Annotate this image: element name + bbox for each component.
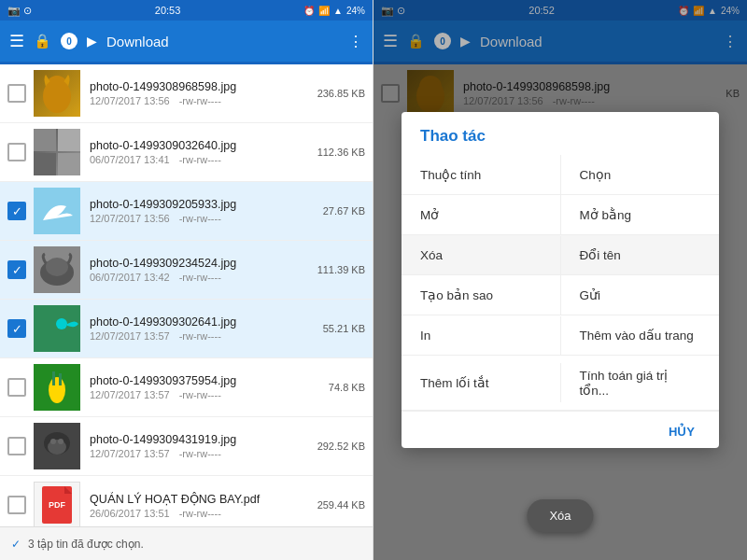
dialog-cell-mo-bang[interactable]: Mở bằng [561,195,720,234]
left-status-right: ⏰ 📶 ▲ 24% [303,6,365,16]
file-info-1: photo-0-1499309032640.jpg 06/07/2017 13:… [90,139,304,165]
file-checkbox-4[interactable]: ✓ [7,319,26,338]
svg-rect-16 [59,373,62,385]
file-perms-2: -rw-rw---- [179,213,221,224]
file-size-3: 111.39 KB [304,264,365,275]
file-info-3: photo-0-1499309234524.jpg 06/07/2017 13:… [90,257,304,283]
dialog-row-4[interactable]: In Thêm vào dấu trang [402,315,719,356]
svg-rect-4 [58,129,80,151]
svg-point-20 [50,439,56,444]
file-checkbox-0[interactable] [7,84,26,103]
file-info-6: photo-0-1499309431919.jpg 12/07/2017 13:… [90,433,304,459]
svg-rect-5 [34,153,56,175]
file-thumbnail-6 [34,423,80,469]
file-item: photo-0-1499309032640.jpg 06/07/2017 13:… [0,123,373,182]
actions-dialog: Thao tác Thuộc tính Chọn Mở Mở bằng Xóa … [402,112,719,448]
file-name-6: photo-0-1499309431919.jpg [90,433,304,446]
dialog-cell-gui[interactable]: Gửi [561,275,720,315]
file-thumbnail-3 [34,246,80,293]
left-panel: 📷 ⊙ 20:53 ⏰ 📶 ▲ 24% ☰ 🔒 0 ▶ Download ⋮ p… [0,0,374,560]
check-icon: ✓ [11,538,21,551]
dialog-cancel-button[interactable]: HỦY [659,419,704,444]
left-status-bar: 📷 ⊙ 20:53 ⏰ 📶 ▲ 24% [0,0,373,21]
file-name-4: photo-0-1499309302641.jpg [90,315,304,329]
dialog-row-3[interactable]: Tạo bản sao Gửi [402,275,719,315]
dialog-cell-chon[interactable]: Chọn [561,155,720,194]
file-meta-3: 06/07/2017 13:42 -rw-rw---- [90,272,304,283]
file-item: photo-0-1499308968598.jpg 12/07/2017 13:… [0,64,373,123]
file-thumbnail-5 [34,364,80,411]
dialog-cell-thuoc-tinh[interactable]: Thuộc tính [402,155,561,194]
file-item: photo-0-1499309375954.jpg 12/07/2017 13:… [0,358,373,417]
file-item: ✓ photo-0-1499309205933.jpg 12/07/2017 1… [0,182,373,241]
dialog-cell-them-loi-tat[interactable]: Thêm lối tắt [402,363,561,402]
left-time: 20:53 [155,5,181,16]
file-date-6: 12/07/2017 13:57 [90,448,170,459]
file-item: ✓ photo-0-1499309302641.jpg 12/07/2017 1… [0,300,373,358]
file-meta-0: 12/07/2017 13:56 -rw-rw---- [90,95,304,106]
breadcrumb-arrow: ▶ [87,34,97,49]
svg-point-12 [56,318,67,329]
file-name-0: photo-0-1499308968598.jpg [90,80,304,93]
fab-delete-button[interactable]: Xóa [527,499,593,532]
svg-rect-11 [34,305,80,352]
lock-icon: 🔒 [34,33,51,49]
file-meta-7: 26/06/2017 13:51 -rw-rw---- [90,508,304,519]
file-meta-2: 12/07/2017 13:56 -rw-rw---- [90,213,304,224]
dialog-cell-them-dau-trang[interactable]: Thêm vào dấu trang [561,315,720,355]
left-toolbar: ☰ 🔒 0 ▶ Download ⋮ [0,21,373,62]
left-status-icons: 📷 ⊙ [7,5,32,17]
file-item: PDF QUẢN LÝ HOẠT ĐỘNG BAY.pdf 26/06/2017… [0,476,373,526]
right-panel: 📷 ⊙ 20:52 ⏰ 📶 ▲ 24% ☰ 🔒 0 ▶ Download ⋮ p… [374,0,747,560]
selection-badge: 0 [61,33,78,49]
file-item: ✓ photo-0-1499309234524.jpg 06/07/2017 1… [0,241,373,300]
file-size-7: 259.44 KB [304,499,365,511]
dialog-row-1[interactable]: Mở Mở bằng [402,195,719,235]
more-icon[interactable]: ⋮ [348,33,363,50]
file-size-0: 236.85 KB [304,88,365,99]
file-checkbox-1[interactable] [7,143,26,161]
file-thumbnail-7: PDF [34,482,80,526]
file-checkbox-6[interactable] [7,437,26,455]
svg-rect-6 [58,153,80,175]
file-checkbox-7[interactable] [7,496,26,514]
file-meta-6: 12/07/2017 13:57 -rw-rw---- [90,448,304,459]
file-meta-4: 12/07/2017 13:57 -rw-rw---- [90,330,304,342]
svg-point-2 [43,79,71,113]
file-size-1: 112.36 KB [304,147,365,158]
menu-icon[interactable]: ☰ [9,31,24,51]
toolbar-title: Download [106,34,339,49]
file-perms-3: -rw-rw---- [179,272,221,283]
dialog-row-2[interactable]: Xóa Đổi tên [402,235,719,275]
dialog-cell-tao-ban-sao[interactable]: Tạo bản sao [402,275,561,315]
dialog-cell-in[interactable]: In [402,316,561,355]
file-date-4: 12/07/2017 13:57 [90,330,170,342]
file-info-4: photo-0-1499309302641.jpg 12/07/2017 13:… [90,315,304,342]
file-size-5: 74.8 KB [304,382,365,393]
dialog-cell-tinh-toan[interactable]: Tính toán giá trị tổn... [561,356,720,410]
file-perms-0: -rw-rw---- [179,95,221,106]
file-name-5: photo-0-1499309375954.jpg [90,374,304,387]
file-perms-1: -rw-rw---- [179,154,221,165]
file-date-1: 06/07/2017 13:41 [90,154,170,165]
battery-text: 24% [346,6,365,16]
dialog-overlay: Thao tác Thuộc tính Chọn Mở Mở bằng Xóa … [374,0,747,560]
file-meta-1: 06/07/2017 13:41 -rw-rw---- [90,154,304,165]
dialog-cell-doi-ten[interactable]: Đổi tên [561,235,720,274]
file-date-0: 12/07/2017 13:56 [90,95,170,106]
file-info-5: photo-0-1499309375954.jpg 12/07/2017 13:… [90,374,304,400]
file-date-3: 06/07/2017 13:42 [90,272,170,283]
dialog-cell-mo[interactable]: Mở [402,195,561,234]
file-checkbox-5[interactable] [7,378,26,397]
file-item: photo-0-1499309431919.jpg 12/07/2017 13:… [0,417,373,476]
file-checkbox-2[interactable]: ✓ [7,202,26,220]
dialog-cell-xoa[interactable]: Xóa [402,236,561,274]
file-checkbox-3[interactable]: ✓ [7,260,26,279]
dialog-row-0[interactable]: Thuộc tính Chọn [402,155,719,195]
file-name-2: photo-0-1499309205933.jpg [90,198,304,211]
svg-point-14 [49,377,65,403]
file-name-1: photo-0-1499309032640.jpg [90,139,304,152]
file-date-2: 12/07/2017 13:56 [90,213,170,224]
file-size-6: 292.52 KB [304,441,365,452]
dialog-row-5[interactable]: Thêm lối tắt Tính toán giá trị tổn... [402,356,719,411]
